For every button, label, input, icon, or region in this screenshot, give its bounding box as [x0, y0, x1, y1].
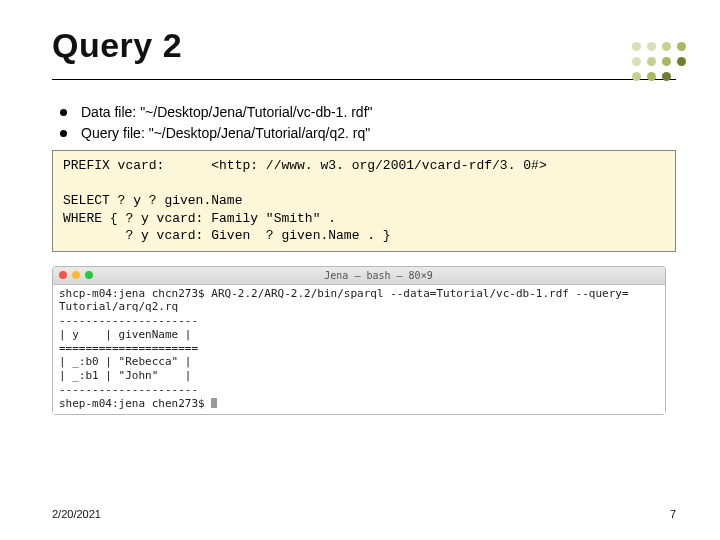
slide-title: Query 2 [52, 26, 676, 65]
minimize-icon [72, 271, 80, 279]
terminal-window: Jena — bash — 80×9 shcp-m04:jena chcn273… [52, 266, 666, 416]
terminal-titlebar: Jena — bash — 80×9 [53, 267, 665, 285]
bullet-icon [60, 109, 67, 116]
terminal-output: shcp-m04:jena chcn273$ ARQ-2.2/ARQ-2.2/b… [53, 285, 665, 415]
slide-footer: 2/20/2021 7 [52, 508, 676, 520]
title-underline [52, 79, 676, 80]
footer-date: 2/20/2021 [52, 508, 101, 520]
terminal-text: shcp-m04:jena chcn273$ ARQ-2.2/ARQ-2.2/b… [59, 287, 629, 410]
bullet-icon [60, 130, 67, 137]
terminal-title: Jena — bash — 80×9 [98, 270, 659, 281]
sparql-code-block: PREFIX vcard: <http: //www. w3. org/2001… [52, 150, 676, 252]
footer-page-number: 7 [670, 508, 676, 520]
bullet-query-file: Query file: "~/Desktop/Jena/Tutorial/arq… [60, 123, 676, 144]
bullet-data-file: Data file: "~/Desktop/Jena/Tutorial/vc-d… [60, 102, 676, 123]
bullet-text: Query file: "~/Desktop/Jena/Tutorial/arq… [81, 123, 370, 144]
decorative-dots [632, 42, 686, 87]
close-icon [59, 271, 67, 279]
bullet-text: Data file: "~/Desktop/Jena/Tutorial/vc-d… [81, 102, 373, 123]
zoom-icon [85, 271, 93, 279]
bullet-list: Data file: "~/Desktop/Jena/Tutorial/vc-d… [52, 102, 676, 144]
cursor-icon [211, 398, 217, 408]
